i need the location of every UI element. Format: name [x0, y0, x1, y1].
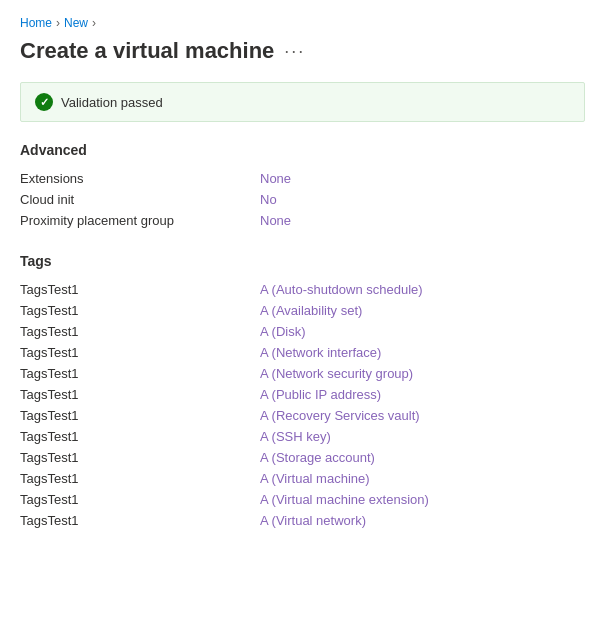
tag-label: TagsTest1: [20, 303, 260, 318]
tag-value: A (Virtual machine): [260, 471, 370, 486]
field-row: Proximity placement group None: [20, 210, 585, 231]
tag-value: A (Disk): [260, 324, 306, 339]
field-value: None: [260, 171, 291, 186]
check-icon: [35, 93, 53, 111]
tag-value: A (Public IP address): [260, 387, 381, 402]
tag-value: A (Network interface): [260, 345, 381, 360]
tag-value: A (Availability set): [260, 303, 362, 318]
breadcrumb: Home › New ›: [20, 16, 585, 30]
field-row: Cloud init No: [20, 189, 585, 210]
tag-label: TagsTest1: [20, 387, 260, 402]
field-label: Cloud init: [20, 192, 260, 207]
tag-label: TagsTest1: [20, 345, 260, 360]
more-options-icon[interactable]: ···: [284, 41, 305, 62]
tag-label: TagsTest1: [20, 471, 260, 486]
tag-row: TagsTest1 A (Virtual machine extension): [20, 489, 585, 510]
tag-value: A (Storage account): [260, 450, 375, 465]
validation-text: Validation passed: [61, 95, 163, 110]
field-value: None: [260, 213, 291, 228]
tags-section: Tags TagsTest1 A (Auto-shutdown schedule…: [20, 253, 585, 531]
tag-label: TagsTest1: [20, 429, 260, 444]
breadcrumb-home[interactable]: Home: [20, 16, 52, 30]
tag-label: TagsTest1: [20, 408, 260, 423]
tag-row: TagsTest1 A (Virtual machine): [20, 468, 585, 489]
advanced-fields: Extensions None Cloud init No Proximity …: [20, 168, 585, 231]
advanced-section: Advanced Extensions None Cloud init No P…: [20, 142, 585, 231]
breadcrumb-sep1: ›: [56, 16, 60, 30]
tag-label: TagsTest1: [20, 282, 260, 297]
tag-value: A (Auto-shutdown schedule): [260, 282, 423, 297]
tag-row: TagsTest1 A (Virtual network): [20, 510, 585, 531]
tag-row: TagsTest1 A (Network security group): [20, 363, 585, 384]
tag-row: TagsTest1 A (Recovery Services vault): [20, 405, 585, 426]
breadcrumb-new[interactable]: New: [64, 16, 88, 30]
breadcrumb-sep2: ›: [92, 16, 96, 30]
tag-label: TagsTest1: [20, 513, 260, 528]
tag-row: TagsTest1 A (Disk): [20, 321, 585, 342]
field-label: Proximity placement group: [20, 213, 260, 228]
field-label: Extensions: [20, 171, 260, 186]
page-header: Create a virtual machine ···: [20, 38, 585, 64]
field-row: Extensions None: [20, 168, 585, 189]
tag-label: TagsTest1: [20, 366, 260, 381]
tag-value: A (Network security group): [260, 366, 413, 381]
tag-label: TagsTest1: [20, 450, 260, 465]
tag-value: A (Recovery Services vault): [260, 408, 420, 423]
tags-fields: TagsTest1 A (Auto-shutdown schedule) Tag…: [20, 279, 585, 531]
tag-value: A (SSH key): [260, 429, 331, 444]
tag-row: TagsTest1 A (Network interface): [20, 342, 585, 363]
tags-section-title: Tags: [20, 253, 585, 269]
tag-value: A (Virtual machine extension): [260, 492, 429, 507]
tag-row: TagsTest1 A (Auto-shutdown schedule): [20, 279, 585, 300]
tag-row: TagsTest1 A (Availability set): [20, 300, 585, 321]
tag-row: TagsTest1 A (Public IP address): [20, 384, 585, 405]
validation-banner: Validation passed: [20, 82, 585, 122]
advanced-section-title: Advanced: [20, 142, 585, 158]
tag-row: TagsTest1 A (Storage account): [20, 447, 585, 468]
tag-row: TagsTest1 A (SSH key): [20, 426, 585, 447]
tag-value: A (Virtual network): [260, 513, 366, 528]
field-value: No: [260, 192, 277, 207]
page-title: Create a virtual machine: [20, 38, 274, 64]
tag-label: TagsTest1: [20, 324, 260, 339]
tag-label: TagsTest1: [20, 492, 260, 507]
